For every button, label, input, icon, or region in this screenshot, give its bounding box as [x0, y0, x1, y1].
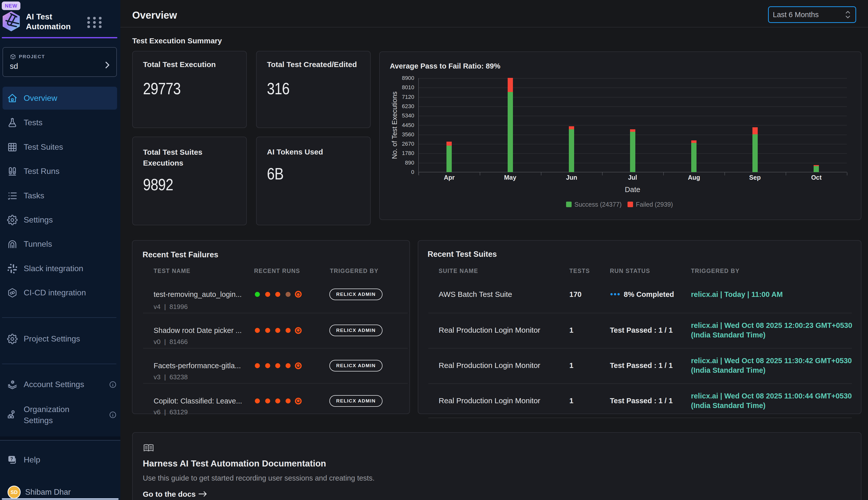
- svg-text:?: ?: [10, 456, 13, 462]
